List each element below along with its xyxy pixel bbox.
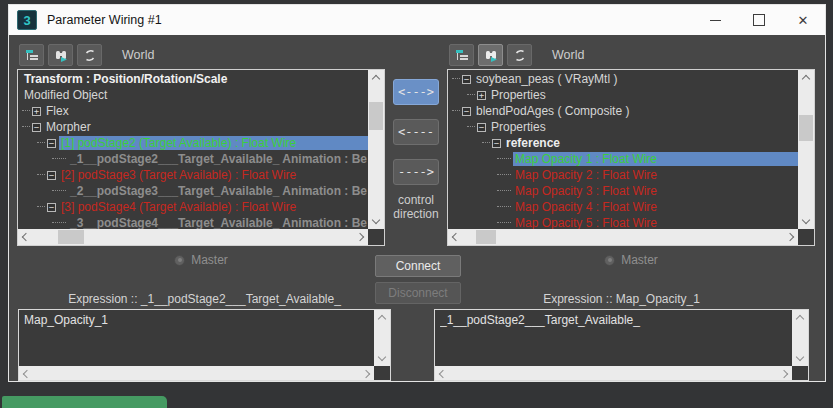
find-next-button[interactable] bbox=[48, 44, 73, 66]
tree-guide-line bbox=[52, 222, 66, 224]
maximize-button[interactable] bbox=[737, 5, 781, 35]
tree-item[interactable]: _2__podStage3___Target_Available_ Animat… bbox=[18, 183, 368, 199]
tree-guide-line bbox=[52, 158, 66, 160]
left-direction-button[interactable]: <---- bbox=[393, 119, 439, 145]
scrollbar-thumb[interactable] bbox=[58, 230, 84, 244]
tree-item-label: reference bbox=[504, 136, 562, 150]
right-toolbar: World bbox=[449, 43, 584, 67]
title-bar[interactable]: 3 Parameter Wiring #1 ✕ bbox=[9, 5, 825, 35]
expand-icon[interactable]: + bbox=[32, 107, 41, 116]
tree-guide-line bbox=[497, 158, 511, 160]
collapse-icon[interactable]: − bbox=[477, 123, 486, 132]
master-radio[interactable] bbox=[604, 255, 615, 266]
find-next-button[interactable] bbox=[478, 44, 503, 66]
collapse-icon[interactable]: − bbox=[47, 171, 56, 180]
minimize-button[interactable] bbox=[693, 5, 737, 35]
tree-item-label: [3] podStage4 (Target Available) : Float… bbox=[59, 200, 298, 214]
horizontal-scrollbar[interactable] bbox=[448, 229, 798, 245]
scroll-left-icon[interactable] bbox=[452, 233, 460, 241]
horizontal-scrollbar[interactable] bbox=[435, 366, 792, 380]
tree-item-label: [2] podStage3 (Target Available) : Float… bbox=[59, 168, 298, 182]
scroll-left-icon[interactable] bbox=[439, 370, 447, 378]
parameter-wiring-dialog: 3 Parameter Wiring #1 ✕ bbox=[8, 4, 826, 382]
collapse-icon[interactable]: − bbox=[47, 203, 56, 212]
scrollbar-thumb[interactable] bbox=[476, 230, 496, 244]
scrollbar-thumb[interactable] bbox=[799, 115, 813, 141]
left-expression-box: Map_Opacity_1 bbox=[18, 309, 391, 381]
right-parameter-tree-panel: −soybean_peas ( VRayMtl )+Properties−ble… bbox=[447, 69, 815, 246]
left-expression-input[interactable]: Map_Opacity_1 bbox=[24, 313, 372, 327]
scroll-right-icon[interactable] bbox=[356, 233, 364, 241]
tree-item[interactable]: Map Opacity 5 : Float Wire bbox=[448, 215, 798, 229]
scroll-right-icon[interactable] bbox=[786, 233, 794, 241]
tree-item[interactable]: −Morpher bbox=[18, 119, 368, 135]
scroll-down-icon[interactable] bbox=[796, 353, 804, 361]
tree-item[interactable]: Modified Object bbox=[18, 87, 368, 103]
tree-item[interactable]: −[1] podStage2 (Target Available) : Floa… bbox=[18, 135, 368, 151]
vertical-scrollbar[interactable] bbox=[792, 310, 808, 366]
scroll-down-icon[interactable] bbox=[378, 353, 386, 361]
refresh-button[interactable] bbox=[507, 44, 532, 66]
tree-item[interactable]: −soybean_peas ( VRayMtl ) bbox=[448, 71, 798, 87]
tree-guide-line bbox=[497, 222, 511, 224]
right-expression-input[interactable]: _1__podStage2___Target_Available_ bbox=[440, 313, 790, 327]
vertical-scrollbar[interactable] bbox=[368, 70, 384, 229]
tree-item[interactable]: Map Opacity 4 : Float Wire bbox=[448, 199, 798, 215]
tree-guide-line bbox=[497, 206, 511, 208]
right-direction-button[interactable]: ----> bbox=[393, 159, 439, 185]
scrollbar-thumb[interactable] bbox=[369, 102, 383, 130]
tree-item[interactable]: −[2] podStage3 (Target Available) : Floa… bbox=[18, 167, 368, 183]
collapse-icon[interactable]: − bbox=[32, 123, 41, 132]
master-radio[interactable] bbox=[174, 255, 185, 266]
tree-item[interactable]: −[3] podStage4 (Target Available) : Floa… bbox=[18, 199, 368, 215]
scroll-up-icon[interactable] bbox=[796, 315, 804, 323]
scroll-right-icon[interactable] bbox=[362, 370, 370, 378]
tree-item-label: Transform : Position/Rotation/Scale bbox=[22, 72, 229, 86]
scroll-up-icon[interactable] bbox=[802, 75, 810, 83]
tree-item-label: blendPodAges ( Composite ) bbox=[474, 104, 631, 118]
tree-item[interactable]: −blendPodAges ( Composite ) bbox=[448, 103, 798, 119]
two-way-direction-button[interactable]: <---> bbox=[393, 79, 439, 105]
collapse-icon[interactable]: − bbox=[462, 107, 471, 116]
right-expression-title: Expression :: Map_Opacity_1 bbox=[434, 292, 809, 306]
collapse-icon[interactable]: − bbox=[462, 75, 471, 84]
scroll-left-icon[interactable] bbox=[23, 370, 31, 378]
tree-item[interactable]: Map Opacity 1 : Float Wire bbox=[448, 151, 798, 167]
close-button[interactable]: ✕ bbox=[781, 5, 825, 35]
horizontal-scrollbar[interactable] bbox=[18, 229, 368, 245]
minimize-icon bbox=[710, 20, 721, 21]
collapse-icon[interactable]: − bbox=[492, 139, 501, 148]
tree-item-label: Map Opacity 1 : Float Wire bbox=[513, 152, 798, 166]
tree-item[interactable]: _3__podStage4___Target_Available_ Animat… bbox=[18, 215, 368, 229]
tree-item[interactable]: _1__podStage2___Target_Available_ Animat… bbox=[18, 151, 368, 167]
horizontal-scrollbar[interactable] bbox=[19, 366, 374, 380]
tree-item-label: Map Opacity 5 : Float Wire bbox=[513, 216, 659, 229]
tree-item-label: Map Opacity 3 : Float Wire bbox=[513, 184, 659, 198]
tree-item[interactable]: Transform : Position/Rotation/Scale bbox=[18, 71, 368, 87]
collapse-icon[interactable]: − bbox=[47, 139, 56, 148]
parameter-tree-button[interactable] bbox=[19, 44, 44, 66]
vertical-scrollbar[interactable] bbox=[374, 310, 390, 366]
vertical-scrollbar[interactable] bbox=[798, 70, 814, 229]
scroll-right-icon[interactable] bbox=[780, 370, 788, 378]
maximize-icon bbox=[753, 14, 765, 26]
find-next-binoculars-icon bbox=[484, 49, 498, 62]
tree-item[interactable]: −reference bbox=[448, 135, 798, 151]
tree-item-label: Flex bbox=[44, 104, 71, 118]
tree-item[interactable]: Map Opacity 2 : Float Wire bbox=[448, 167, 798, 183]
parameter-tree-button[interactable] bbox=[449, 44, 474, 66]
tree-item[interactable]: +Properties bbox=[448, 87, 798, 103]
expand-icon[interactable]: + bbox=[477, 91, 486, 100]
tree-item[interactable]: +Flex bbox=[18, 103, 368, 119]
scroll-left-icon[interactable] bbox=[22, 233, 30, 241]
scroll-down-icon[interactable] bbox=[802, 216, 810, 224]
tree-item[interactable]: Map Opacity 3 : Float Wire bbox=[448, 183, 798, 199]
scroll-up-icon[interactable] bbox=[372, 75, 380, 83]
tree-guide-line bbox=[467, 94, 475, 96]
connect-button[interactable]: Connect bbox=[375, 255, 461, 277]
right-tree-rows: −soybean_peas ( VRayMtl )+Properties−ble… bbox=[448, 71, 798, 229]
tree-item[interactable]: −Properties bbox=[448, 119, 798, 135]
refresh-button[interactable] bbox=[77, 44, 102, 66]
scroll-up-icon[interactable] bbox=[378, 315, 386, 323]
scroll-down-icon[interactable] bbox=[372, 216, 380, 224]
